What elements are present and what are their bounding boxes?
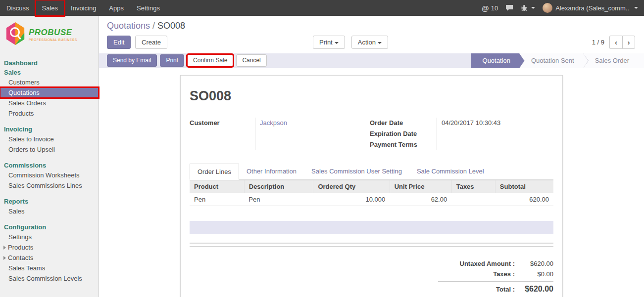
sidebar-section-sales[interactable]: Sales (0, 68, 99, 77)
breadcrumb-quotations[interactable]: Quotations (107, 21, 150, 31)
order-date-label: Order Date (370, 118, 437, 128)
sidebar-section-invoicing[interactable]: Invoicing (0, 125, 99, 134)
sidebar-item-customers[interactable]: Customers (0, 77, 99, 87)
pager-previous-button[interactable]: ‹ (609, 36, 622, 49)
pager-next-button[interactable]: › (622, 36, 635, 49)
topbar-right: @ 10 Alexandra (Sales_comm.. (482, 0, 644, 16)
topbar-item-apps[interactable]: Apps (102, 0, 130, 16)
content-area: SO008 Customer Jackpson Order Date 04/20… (99, 68, 644, 297)
create-button[interactable]: Create (135, 36, 167, 49)
order-lines-table: Product Description Ordered Qty Unit Pri… (190, 180, 553, 206)
action-dropdown-label: Action (358, 39, 376, 46)
activities-icon: @ (482, 4, 489, 12)
sidebar-item-sales-to-invoice[interactable]: Sales to Invoice (0, 134, 99, 144)
app-logo: PROBUSE PROFESSIONAL BUSINESS (0, 16, 99, 51)
caret-down-icon (335, 42, 339, 44)
column-header-taxes[interactable]: Taxes (451, 180, 495, 193)
edit-button[interactable]: Edit (107, 36, 131, 49)
column-header-subtotal[interactable]: Subtotal (495, 180, 553, 193)
page-title: SO008 (190, 88, 553, 104)
print-dropdown[interactable]: Print (313, 36, 345, 49)
section-band (190, 221, 553, 234)
total-value: $620.00 (515, 285, 553, 294)
separator-lines (190, 243, 553, 247)
main-panel: Quotations/SO008 Edit Create Print Actio… (99, 16, 644, 297)
sidebar-item-label: Contacts (8, 254, 33, 261)
sidebar-item-sales-teams[interactable]: Sales Teams (0, 263, 99, 273)
action-dropdown[interactable]: Action (351, 36, 388, 49)
order-date-value: 04/20/2017 10:30:43 (437, 118, 553, 128)
status-step-sales-order[interactable]: Sales Order (583, 53, 644, 68)
caret-down-icon (378, 42, 382, 44)
sidebar-item-quotations[interactable]: Quotations (0, 87, 99, 98)
customer-link[interactable]: Jackpson (260, 119, 287, 127)
logo-text: PROBUSE PROFESSIONAL BUSINESS (29, 28, 77, 42)
cancel-button[interactable]: Cancel (236, 54, 266, 67)
logo-title: PROBUSE (29, 28, 77, 38)
activities-count: 10 (491, 4, 498, 12)
sidebar-section-commissions[interactable]: Commissions (0, 161, 99, 170)
sidebar-item-commission-worksheets[interactable]: Commission Worksheets (0, 170, 99, 180)
confirm-sale-button[interactable]: Confirm Sale (187, 54, 233, 67)
cell-unit-price: 62.00 (390, 193, 451, 206)
status-pipeline: Quotation Quotation Sent Sales Order (471, 53, 644, 68)
tab-other-information[interactable]: Other Information (239, 164, 304, 180)
expiration-date-value (437, 128, 553, 139)
action-menus: Print Action (313, 36, 388, 49)
sidebar-item-sales-commissions-lines[interactable]: Sales Commissions Lines (0, 180, 99, 191)
tab-sale-commission-level[interactable]: Sale Commission Level (409, 164, 492, 180)
sidebar-item-reports-sales[interactable]: Sales (0, 206, 99, 216)
print-button[interactable]: Print (160, 54, 184, 67)
sidebar-item-dashboard[interactable]: Dashboard (0, 58, 99, 68)
sidebar: PROBUSE PROFESSIONAL BUSINESS Dashboard … (0, 16, 99, 297)
cell-product[interactable]: Pen (190, 193, 244, 206)
field-groups: Customer Jackpson Order Date 04/20/2017 … (190, 118, 553, 150)
user-name: Alexandra (Sales_comm.. (555, 4, 629, 12)
column-header-unit-price[interactable]: Unit Price (390, 180, 451, 193)
sidebar-section-configuration[interactable]: Configuration (0, 222, 99, 232)
activities-menu[interactable]: @ 10 (482, 4, 498, 12)
control-panel-buttons: Edit Create Print Action 1 / 9 ‹ › (107, 36, 636, 49)
separator-line (190, 243, 553, 244)
taxes-total-label: Taxes : (438, 270, 515, 278)
topbar-item-invoicing[interactable]: Invoicing (64, 0, 102, 16)
debug-icon[interactable] (521, 4, 535, 11)
topbar-item-sales[interactable]: Sales (36, 0, 65, 16)
sidebar-item-sales-orders[interactable]: Sales Orders (0, 98, 99, 108)
sidebar-item-orders-to-upsell[interactable]: Orders to Upsell (0, 144, 99, 155)
pager-buttons: ‹ › (609, 36, 635, 49)
untaxed-amount-value: $620.00 (515, 260, 553, 267)
status-step-quotation-sent[interactable]: Quotation Sent (519, 53, 583, 68)
sidebar-section-reports[interactable]: Reports (0, 197, 99, 206)
avatar (543, 3, 552, 13)
column-header-product[interactable]: Product (190, 180, 244, 193)
total-label: Total : (438, 286, 515, 293)
messages-icon[interactable] (505, 4, 513, 11)
tab-sales-commission-user-setting[interactable]: Sales Commission User Setting (304, 164, 409, 180)
customer-group: Customer Jackpson (190, 118, 309, 150)
user-menu[interactable]: Alexandra (Sales_comm.. (543, 3, 638, 13)
expiration-date-label: Expiration Date (370, 128, 437, 139)
sidebar-item-products[interactable]: Products (0, 108, 99, 119)
chevron-right-icon (3, 246, 6, 250)
top-navbar: Discuss Sales Invoicing Apps Settings @ … (0, 0, 644, 16)
sidebar-item-products-config[interactable]: Products (0, 242, 99, 253)
topbar-item-settings[interactable]: Settings (130, 0, 166, 16)
logo-subtitle: PROFESSIONAL BUSINESS (29, 38, 77, 42)
tab-order-lines[interactable]: Order Lines (190, 164, 239, 180)
sidebar-item-settings[interactable]: Settings (0, 232, 99, 242)
breadcrumb-separator: / (152, 21, 155, 31)
dates-group: Order Date 04/20/2017 10:30:43 Expiratio… (370, 118, 553, 150)
sidebar-item-sales-commission-levels[interactable]: Sales Commission Levels (0, 273, 99, 284)
customer-label: Customer (190, 118, 255, 150)
status-step-quotation[interactable]: Quotation (471, 53, 519, 68)
column-header-ordered-qty[interactable]: Ordered Qty (313, 180, 390, 193)
column-header-description[interactable]: Description (244, 180, 313, 193)
table-row[interactable]: Pen Pen 10.000 62.00 620.00 (190, 193, 553, 206)
separator-line (190, 246, 553, 247)
caret-down-icon (531, 7, 535, 9)
topbar-item-discuss[interactable]: Discuss (0, 0, 36, 16)
sidebar-item-contacts[interactable]: Contacts (0, 253, 99, 263)
pager-text: 1 / 9 (592, 39, 604, 46)
send-by-email-button[interactable]: Send by Email (107, 54, 157, 67)
